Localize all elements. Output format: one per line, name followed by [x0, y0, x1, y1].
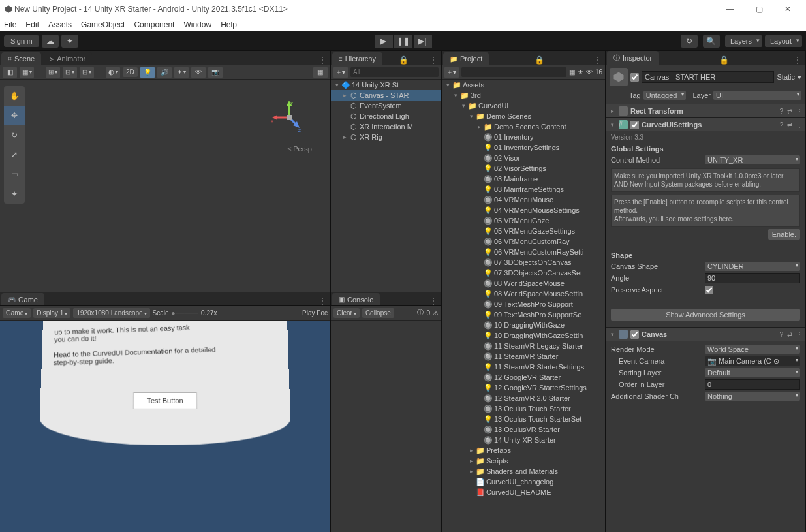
project-row[interactable]: 💡07 3DObjectsOnCanvasSet — [442, 268, 605, 278]
play-button[interactable]: ▶ — [375, 35, 393, 48]
scene-tab-menu-icon[interactable]: ⋮ — [315, 55, 330, 65]
project-row[interactable]: ▾📁3rd — [442, 90, 605, 101]
control-method-dropdown[interactable]: UNITY_XR — [705, 155, 800, 164]
project-create-icon[interactable]: ＋▾ — [444, 67, 459, 78]
project-row[interactable]: 🔘03 Mainframe — [442, 174, 605, 184]
scene-audio-icon[interactable]: 🔊 — [157, 67, 172, 78]
menu-gameobject[interactable]: GameObject — [81, 20, 125, 29]
enable-button[interactable]: Enable. — [768, 229, 800, 240]
hierarchy-search-input[interactable] — [350, 67, 439, 77]
tab-console[interactable]: ▣Console — [332, 293, 380, 305]
project-row[interactable]: ▾📁Assets — [442, 80, 605, 90]
game-tab-menu-icon[interactable]: ⋮ — [315, 296, 330, 305]
project-lock-icon[interactable]: 🔒 — [531, 55, 548, 65]
help-icon[interactable]: ? — [779, 121, 783, 129]
scene-grid-icon[interactable]: ⊞ — [46, 67, 60, 78]
gameobject-icon[interactable] — [610, 68, 628, 86]
hierarchy-row[interactable]: ⬡EventSystem — [331, 101, 441, 111]
test-button[interactable]: Test Button — [133, 392, 197, 409]
layers-dropdown[interactable]: Layers — [725, 35, 762, 47]
scale-tool-icon[interactable]: ⤢ — [4, 145, 25, 164]
project-row[interactable]: ▸📁Shaders and Materials — [442, 466, 605, 477]
scene-light-icon[interactable]: 💡 — [140, 67, 155, 78]
canvas-enabled-checkbox[interactable] — [630, 330, 639, 339]
undo-history-icon[interactable]: ↻ — [681, 35, 698, 48]
menu-component[interactable]: Component — [134, 20, 174, 29]
hierarchy-tree[interactable]: ▾🔷14 Unity XR St▸⬡Canvas - STAR⬡EventSys… — [331, 80, 441, 292]
services-icon[interactable]: ✦ — [61, 35, 78, 48]
canvas-header[interactable]: ▾ Canvas ?⇄⋮ — [606, 328, 805, 341]
project-row[interactable]: ▸📁Prefabs — [442, 445, 605, 456]
layout-dropdown[interactable]: Layout — [765, 35, 802, 47]
window-close-button[interactable]: ✕ — [773, 0, 802, 18]
tab-hierarchy[interactable]: ≡Hierarchy — [332, 52, 382, 65]
menu-icon[interactable]: ⋮ — [796, 331, 803, 338]
hand-tool-icon[interactable]: ✋ — [4, 86, 25, 106]
project-row[interactable]: 🔘01 Inventory — [442, 132, 605, 142]
hierarchy-row[interactable]: ⬡Directional Ligh — [331, 111, 441, 121]
project-fav-icon[interactable]: ★ — [578, 69, 583, 76]
inspector-tab-menu-icon[interactable]: ⋮ — [790, 55, 805, 65]
menu-help[interactable]: Help — [221, 20, 237, 29]
project-row[interactable]: ▸📁Demo Scenes Content — [442, 121, 605, 132]
game-display-dropdown[interactable]: Display 1 — [33, 308, 70, 318]
console-body[interactable] — [331, 321, 441, 533]
signin-button[interactable]: Sign in — [4, 35, 39, 47]
project-row[interactable]: 💡03 MainframeSettings — [442, 184, 605, 195]
tab-project[interactable]: 📁Project — [443, 52, 489, 65]
scene-hidden-icon[interactable]: 👁 — [191, 67, 206, 78]
project-row[interactable]: 💡12 GoogleVR StarterSettings — [442, 383, 605, 393]
scene-shading-icon[interactable]: ◧ — [3, 67, 17, 78]
projection-label[interactable]: ≤ Persp — [287, 145, 312, 153]
rect-tool-icon[interactable]: ▭ — [4, 164, 25, 184]
project-row[interactable]: 🔘10 DraggingWithGaze — [442, 320, 605, 330]
orientation-gizmo[interactable]: y x z — [271, 99, 307, 136]
static-dropdown-icon[interactable]: ▾ — [798, 73, 801, 82]
project-row[interactable]: 💡04 VRMenuMouseSettings — [442, 205, 605, 215]
project-row[interactable]: 💡09 TextMeshPro SupportSe — [442, 309, 605, 320]
console-info-icon[interactable]: ⓘ — [417, 308, 424, 317]
project-row[interactable]: 💡06 VRMenuCustomRaySetti — [442, 247, 605, 257]
game-resolution-dropdown[interactable]: 1920x1080 Landscape — [73, 308, 149, 318]
curvedui-enabled-checkbox[interactable] — [630, 121, 639, 129]
tab-game[interactable]: 🎮Game — [1, 293, 44, 305]
rect-transform-header[interactable]: ▸ Rect Transform ?⇄⋮ — [606, 104, 805, 117]
project-row[interactable]: 🔘12 SteamVR 2.0 Starter — [442, 393, 605, 403]
scene-fx-icon[interactable]: ✦ — [174, 67, 189, 78]
preset-icon[interactable]: ⇄ — [787, 121, 792, 129]
layer-dropdown[interactable]: UI — [713, 91, 801, 100]
angle-field[interactable] — [705, 273, 800, 283]
curvedui-header[interactable]: ▾ # CurvedUISettings ?⇄⋮ — [606, 118, 805, 131]
hierarchy-create-icon[interactable]: ＋▾ — [333, 67, 348, 78]
project-row[interactable]: 💡13 Oculus Touch StarterSet — [442, 414, 605, 424]
menu-file[interactable]: File — [4, 20, 16, 29]
hierarchy-tab-menu-icon[interactable]: ⋮ — [426, 55, 441, 65]
event-camera-field[interactable]: 📷 Main Camera (C ⊙ — [705, 356, 800, 366]
project-row[interactable]: 🔘02 Visor — [442, 153, 605, 163]
order-in-layer-field[interactable] — [705, 379, 800, 390]
help-icon[interactable]: ? — [779, 331, 783, 338]
project-filter-icon[interactable]: ▦ — [569, 69, 575, 76]
scene-incr-icon[interactable]: ⊟ — [80, 67, 94, 78]
scene-viewport[interactable]: ✋ ✥ ↻ ⤢ ▭ ✦ y x z — [0, 80, 330, 292]
tag-dropdown[interactable]: Untagged — [643, 91, 687, 100]
preset-icon[interactable]: ⇄ — [787, 331, 792, 338]
project-row[interactable]: 📄CurvedUI_changelog — [442, 477, 605, 487]
project-row[interactable]: 🔘12 GoogleVR Starter — [442, 372, 605, 383]
game-target-dropdown[interactable]: Game — [3, 308, 31, 318]
project-row[interactable]: 💡11 SteamVR StarterSettings — [442, 362, 605, 372]
project-row[interactable]: 🔘06 VRMenuCustomRay — [442, 236, 605, 247]
hierarchy-row[interactable]: ▸⬡XR Rig — [331, 132, 441, 142]
project-row[interactable]: ▾📁Demo Scenes — [442, 111, 605, 121]
project-row[interactable]: ▾📁CurvedUI — [442, 101, 605, 111]
sorting-layer-dropdown[interactable]: Default — [705, 368, 800, 377]
cloud-icon[interactable]: ☁ — [42, 35, 59, 48]
project-row[interactable]: 💡01 InventorySettings — [442, 142, 605, 153]
render-mode-dropdown[interactable]: World Space — [705, 345, 800, 354]
console-warn-icon[interactable]: ⚠ — [433, 309, 439, 317]
project-row[interactable]: 💡02 VisorSettings — [442, 163, 605, 174]
menu-window[interactable]: Window — [183, 20, 211, 29]
scene-camera-icon[interactable]: 📷 — [208, 67, 223, 78]
project-row[interactable]: 💡05 VRMenuGazeSettings — [442, 226, 605, 236]
scene-overlay-icon[interactable]: ◐ — [106, 67, 120, 78]
